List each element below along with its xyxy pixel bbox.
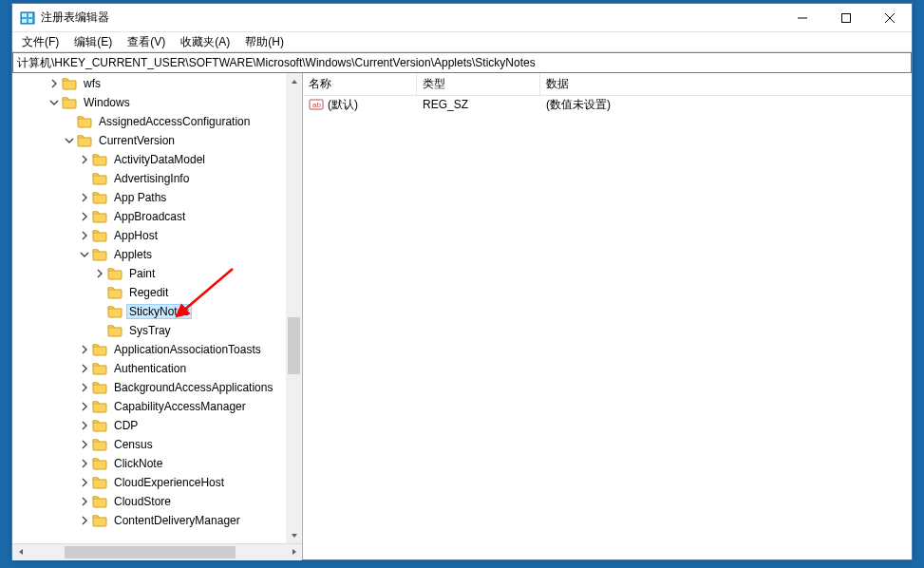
tree-item[interactable]: AssignedAccessConfiguration [12, 112, 302, 131]
tree-item[interactable]: CloudExperienceHost [12, 473, 302, 492]
tree-item[interactable]: Windows [12, 93, 302, 112]
expand-icon[interactable] [77, 456, 92, 471]
collapse-icon[interactable] [62, 133, 77, 148]
scroll-down-button[interactable] [286, 527, 302, 543]
address-bar[interactable]: 计算机\HKEY_CURRENT_USER\SOFTWARE\Microsoft… [12, 52, 912, 73]
tree-item[interactable]: AdvertisingInfo [12, 169, 302, 188]
vscroll-track[interactable] [286, 89, 302, 527]
scroll-left-button[interactable] [12, 544, 28, 560]
close-button[interactable] [868, 4, 912, 32]
registry-tree[interactable]: wfsWindowsAssignedAccessConfigurationCur… [12, 73, 302, 530]
scroll-right-button[interactable] [286, 544, 302, 560]
minimize-button[interactable] [781, 4, 824, 32]
column-data[interactable]: 数据 [540, 73, 912, 95]
folder-icon [92, 152, 107, 167]
tree-item[interactable]: ApplicationAssociationToasts [12, 340, 302, 359]
expand-icon[interactable] [92, 266, 107, 281]
menu-favorites[interactable]: 收藏夹(A) [173, 32, 237, 52]
scroll-up-button[interactable] [286, 73, 302, 89]
expand-icon[interactable] [77, 475, 92, 490]
tree-item[interactable]: App Paths [12, 188, 302, 207]
tree-horizontal-scrollbar[interactable] [12, 543, 302, 559]
svg-rect-1 [22, 13, 27, 17]
window-title: 注册表编辑器 [41, 9, 109, 26]
tree-item-label: CloudStore [111, 494, 174, 509]
expand-icon[interactable] [77, 437, 92, 452]
tree-item-label: AppBroadcast [111, 209, 188, 224]
expand-icon[interactable] [77, 228, 92, 243]
collapse-icon[interactable] [77, 247, 92, 262]
tree-item[interactable]: AppHost [12, 226, 302, 245]
value-data-cell: (数值未设置) [540, 97, 912, 113]
folder-icon [92, 399, 107, 414]
folder-icon [92, 513, 107, 528]
hscroll-thumb[interactable] [65, 546, 236, 559]
tree-item-label: AssignedAccessConfiguration [96, 114, 253, 129]
tree-item-label: ClickNote [111, 456, 165, 471]
tree-item[interactable]: Applets [12, 245, 302, 264]
expander-placeholder [77, 171, 92, 186]
tree-item-label: Applets [111, 247, 155, 262]
tree-item[interactable]: Regedit [12, 283, 302, 302]
folder-icon [92, 418, 107, 433]
tree-vertical-scrollbar[interactable] [286, 73, 302, 543]
maximize-button[interactable] [824, 4, 868, 32]
menu-view[interactable]: 查看(V) [120, 32, 173, 52]
menu-edit[interactable]: 编辑(E) [66, 32, 120, 52]
tree-item[interactable]: ActivityDataModel [12, 150, 302, 169]
expand-icon[interactable] [77, 342, 92, 357]
tree-item-label: Census [111, 437, 156, 452]
tree-item[interactable]: CapabilityAccessManager [12, 397, 302, 416]
values-list[interactable]: ab(默认)REG_SZ(数值未设置) [303, 96, 912, 559]
vscroll-thumb[interactable] [288, 317, 300, 374]
expand-icon[interactable] [47, 76, 62, 91]
tree-item[interactable]: ContentDeliveryManager [12, 511, 302, 530]
regedit-window: 注册表编辑器 文件(F) 编辑(E) 查看(V) 收藏夹(A) 帮助(H) 计算… [11, 3, 913, 560]
folder-icon [92, 437, 107, 452]
tree-item[interactable]: Census [12, 435, 302, 454]
tree-item[interactable]: CurrentVersion [12, 131, 302, 150]
expand-icon[interactable] [77, 209, 92, 224]
expand-icon[interactable] [77, 152, 92, 167]
hscroll-track[interactable] [28, 544, 286, 560]
expand-icon[interactable] [77, 361, 92, 376]
expand-icon[interactable] [77, 513, 92, 528]
expand-icon[interactable] [77, 494, 92, 509]
menubar: 文件(F) 编辑(E) 查看(V) 收藏夹(A) 帮助(H) [12, 32, 912, 52]
folder-icon [77, 114, 92, 129]
value-row[interactable]: ab(默认)REG_SZ(数值未设置) [303, 96, 912, 113]
column-name[interactable]: 名称 [303, 73, 417, 95]
folder-icon [92, 190, 107, 205]
tree-item[interactable]: CDP [12, 416, 302, 435]
folder-icon [92, 247, 107, 262]
tree-item-label: Windows [81, 95, 133, 110]
tree-item-label: Authentication [111, 361, 189, 376]
menu-help[interactable]: 帮助(H) [237, 32, 292, 52]
tree-item[interactable]: StickyNotes [12, 302, 302, 321]
expand-icon[interactable] [77, 418, 92, 433]
expand-icon[interactable] [77, 399, 92, 414]
tree-item[interactable]: SysTray [12, 321, 302, 340]
folder-icon [107, 304, 123, 319]
titlebar: 注册表编辑器 [12, 4, 912, 32]
tree-item[interactable]: Paint [12, 264, 302, 283]
tree-item[interactable]: ClickNote [12, 454, 302, 473]
folder-icon [92, 361, 107, 376]
expand-icon[interactable] [77, 380, 92, 395]
tree-item-label: StickyNotes [126, 304, 192, 319]
folder-icon [92, 228, 107, 243]
column-type[interactable]: 类型 [417, 73, 540, 95]
tree-item[interactable]: BackgroundAccessApplications [12, 378, 302, 397]
tree-item[interactable]: AppBroadcast [12, 207, 302, 226]
tree-item[interactable]: Authentication [12, 359, 302, 378]
tree-item-label: SysTray [126, 323, 174, 338]
folder-icon [92, 342, 107, 357]
collapse-icon[interactable] [47, 95, 62, 110]
tree-item-label: AdvertisingInfo [111, 171, 192, 186]
menu-file[interactable]: 文件(F) [14, 32, 66, 52]
folder-icon [92, 209, 107, 224]
folder-icon [92, 380, 107, 395]
expand-icon[interactable] [77, 190, 92, 205]
tree-item[interactable]: CloudStore [12, 492, 302, 511]
tree-item[interactable]: wfs [12, 74, 302, 93]
